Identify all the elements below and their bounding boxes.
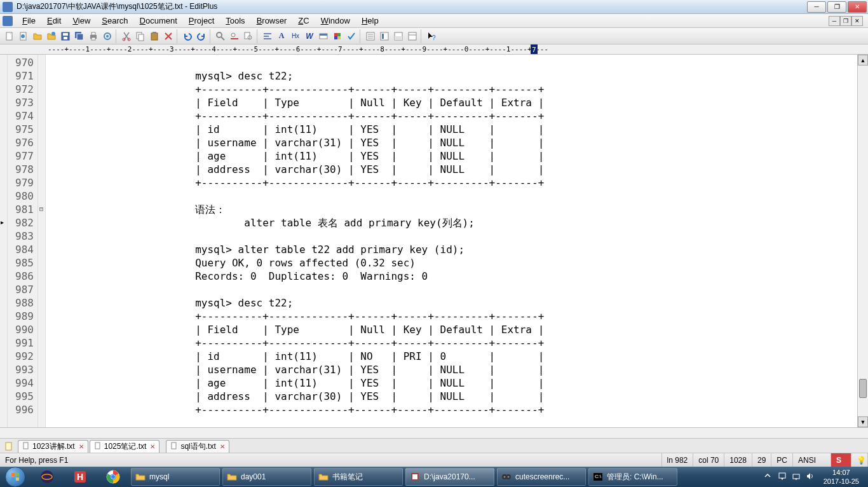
menu-help[interactable]: Help: [356, 15, 384, 27]
taskbar-item[interactable]: mysql: [131, 468, 220, 486]
document-tabs: 1023讲解.txt✕1025笔记.txt✕sql语句.txt✕: [0, 438, 868, 453]
code-line: [48, 56, 855, 69]
menu-document[interactable]: Document: [134, 15, 183, 27]
spellcheck-button[interactable]: [344, 29, 358, 43]
code-editor[interactable]: mysql> desc t22; +----------+-----------…: [46, 55, 857, 427]
new-html-button[interactable]: [17, 29, 31, 43]
doc-tab-close-icon[interactable]: ✕: [150, 443, 155, 450]
line-number: 986: [8, 270, 34, 283]
vertical-scrollbar[interactable]: ▲ ▼: [857, 55, 868, 427]
maximize-button[interactable]: ❐: [827, 1, 846, 13]
tray-chevron-up-icon[interactable]: [764, 472, 774, 482]
tray-network-icon[interactable]: [792, 472, 802, 482]
tray-volume-icon[interactable]: [806, 472, 816, 482]
scroll-up-button[interactable]: ▲: [858, 55, 868, 65]
open-button[interactable]: [31, 29, 44, 43]
svg-point-20: [217, 32, 222, 38]
preview-button[interactable]: [100, 29, 114, 43]
menu-edit[interactable]: Edit: [41, 15, 67, 27]
save-all-button[interactable]: [72, 29, 86, 43]
scroll-down-button[interactable]: ▼: [858, 416, 868, 427]
code-line: +----------+-------------+------+-----+-…: [48, 83, 855, 96]
menu-project[interactable]: Project: [183, 15, 220, 27]
template-button[interactable]: [316, 29, 330, 43]
delete-button[interactable]: [161, 29, 175, 43]
documents-button[interactable]: [405, 29, 419, 43]
pinned-eclipse-button[interactable]: [32, 468, 62, 486]
cliptext-button[interactable]: [377, 29, 391, 43]
print-button[interactable]: [86, 29, 100, 43]
taskbar-item[interactable]: C:\管理员: C:\Win...: [588, 468, 677, 486]
replace-button[interactable]: [227, 29, 241, 43]
taskbar-item[interactable]: cutescreenrec...: [497, 468, 586, 486]
svg-rect-27: [337, 33, 341, 36]
line-number: 994: [8, 376, 34, 390]
hex-button[interactable]: Hx: [288, 29, 302, 43]
taskbar-item[interactable]: day001: [222, 468, 311, 486]
pinned-foxit-button[interactable]: H: [65, 468, 95, 486]
menu-browser[interactable]: Browser: [251, 15, 293, 27]
menu-zc[interactable]: ZC: [292, 15, 315, 27]
horizontal-scrollbar[interactable]: [0, 427, 868, 438]
open-remote-button[interactable]: [44, 29, 58, 43]
svg-rect-38: [24, 442, 28, 449]
windows-logo-icon: [5, 467, 25, 487]
svg-rect-39: [95, 442, 100, 449]
fold-marker-icon[interactable]: ⊟: [39, 205, 43, 212]
status-total: 1028: [724, 453, 752, 467]
doc-tab[interactable]: 1025笔记.txt✕: [90, 440, 160, 453]
save-button[interactable]: [58, 29, 72, 43]
find-button[interactable]: [214, 29, 227, 43]
scroll-thumb[interactable]: [859, 379, 867, 398]
doc-tab[interactable]: sql语句.txt✕: [166, 440, 229, 453]
start-button[interactable]: [0, 467, 31, 487]
status-mode: PC: [771, 453, 793, 467]
taskbar-item[interactable]: 书籍笔记: [314, 468, 403, 486]
line-numbers: 9709719729739749759769779789799809819829…: [8, 55, 38, 427]
menu-file[interactable]: File: [17, 15, 41, 27]
menu-view[interactable]: View: [67, 15, 96, 27]
copy-button[interactable]: [133, 29, 147, 43]
minimize-button[interactable]: ─: [807, 1, 826, 13]
new-file-button[interactable]: [3, 29, 17, 43]
cut-button[interactable]: [119, 29, 133, 43]
font-button[interactable]: A: [275, 29, 288, 43]
line-number: 978: [8, 163, 34, 176]
undo-button[interactable]: [180, 29, 194, 43]
system-menu-icon[interactable]: [3, 16, 13, 26]
code-line: [48, 230, 855, 243]
doc-tab-close-icon[interactable]: ✕: [79, 443, 84, 450]
taskbar-item-label: day001: [241, 472, 266, 481]
directory-button[interactable]: [363, 29, 377, 43]
folder-icon: [227, 472, 237, 482]
menu-search[interactable]: Search: [96, 15, 133, 27]
doc-tab[interactable]: 1023讲解.txt✕: [18, 440, 88, 453]
pinned-chrome-button[interactable]: [98, 468, 128, 486]
find-in-files-button[interactable]: [241, 29, 255, 43]
help-cursor-button[interactable]: ?: [424, 29, 438, 43]
status-line: ln 982: [662, 453, 694, 467]
output-button[interactable]: [391, 29, 405, 43]
code-line: | address | varchar(30) | YES | | NULL |…: [48, 163, 855, 176]
tray-action-center-icon[interactable]: [778, 472, 788, 482]
mdi-restore-button[interactable]: ❐: [840, 16, 851, 26]
close-button[interactable]: ✕: [848, 1, 867, 13]
wordwrap-button[interactable]: [261, 29, 275, 43]
tray-clock[interactable]: 14:07 2017-10-25: [820, 468, 863, 486]
color-button[interactable]: [330, 29, 344, 43]
menu-tools[interactable]: Tools: [220, 15, 250, 27]
mdi-minimize-button[interactable]: ─: [829, 16, 840, 26]
doc-tab-close-icon[interactable]: ✕: [220, 443, 225, 450]
mdi-close-button[interactable]: ✕: [851, 16, 863, 26]
taskbar-item[interactable]: D:\java20170...: [405, 468, 494, 486]
status-indicator-s[interactable]: S: [831, 453, 851, 467]
line-number: 992: [8, 350, 34, 363]
doc-tab-label: 1023讲解.txt: [32, 441, 75, 452]
current-line-arrow-icon: ▸: [1, 219, 4, 226]
svg-point-13: [106, 35, 109, 38]
status-indicator-bulb-icon[interactable]: 💡: [851, 453, 868, 467]
menu-window[interactable]: Window: [315, 15, 356, 27]
paste-button[interactable]: [147, 29, 161, 43]
redo-button[interactable]: [194, 29, 208, 43]
browser-preview-button[interactable]: W: [302, 29, 316, 43]
